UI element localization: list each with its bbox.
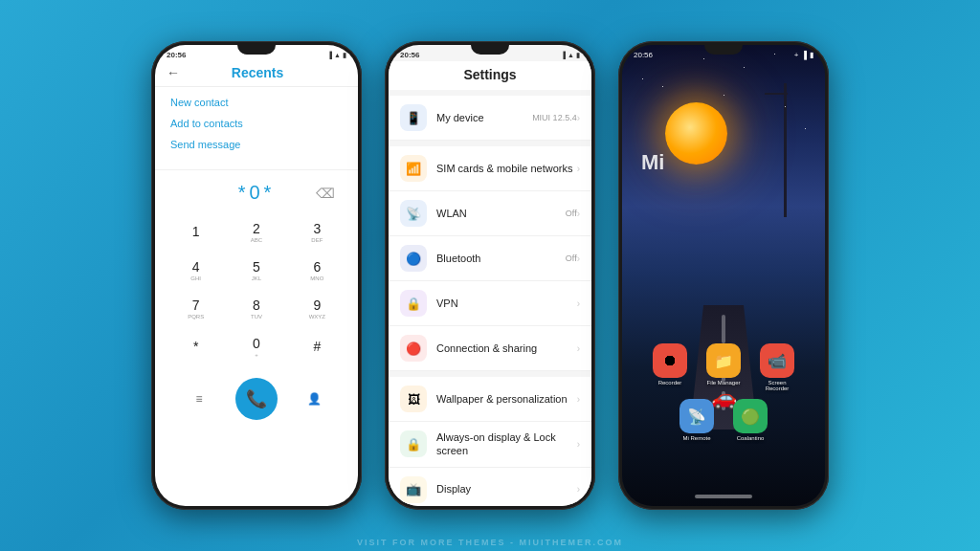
new-contact-link[interactable]: New contact [170, 97, 343, 108]
battery-icon-2: ▮ [576, 52, 580, 59]
settings-text-wallpaper: Wallpaper & personalization [436, 392, 577, 406]
vpn-icon: 🔒 [400, 290, 427, 317]
sim-name: SIM cards & mobile networks [436, 162, 577, 175]
stars-bg [622, 45, 825, 321]
settings-list: 📱 My device MIUI 12.5.4 › 📶 SIM cards & … [389, 96, 591, 506]
dial-key-4[interactable]: 4GHI [167, 252, 225, 288]
settings-text-bluetooth: Bluetooth [436, 252, 566, 265]
delete-icon[interactable]: ⌫ [316, 186, 339, 201]
mi-brand-text: Mi [641, 150, 664, 175]
contact-options: New contact Add to contacts Send message [155, 87, 358, 170]
status-icons-3: + ▐ ▮ [794, 51, 813, 59]
dial-key-0[interactable]: 0+ [227, 328, 285, 364]
keypad-icon[interactable]: ≡ [186, 386, 212, 412]
phone-recents: 20:56 ▐ ▲ ▮ ← Recents New contact Add to… [151, 41, 362, 510]
bluetooth-arrow: › [577, 253, 580, 264]
phone-settings: 20:56 ▐ ▲ ▮ Settings 📱 My device MIUI 12… [385, 41, 595, 510]
settings-text-sim: SIM cards & mobile networks [436, 162, 577, 175]
settings-item-bluetooth[interactable]: 🔵 Bluetooth Off › [389, 236, 591, 281]
settings-item-connection[interactable]: 🔴 Connection & sharing › [389, 326, 591, 371]
app-screenrecorder[interactable]: 📹 Screen Recorder [756, 343, 798, 391]
sim-arrow: › [577, 164, 580, 174]
coalantino-icon: 🟢 [733, 399, 768, 433]
contacts-icon[interactable]: 👤 [301, 386, 327, 412]
display-icon: 📺 [400, 476, 427, 503]
dial-key-6[interactable]: 6MNO [288, 252, 346, 288]
settings-item-sim[interactable]: 📶 SIM cards & mobile networks › [389, 146, 591, 191]
settings-text-connection: Connection & sharing [436, 342, 577, 355]
add-to-contacts-link[interactable]: Add to contacts [170, 118, 343, 129]
dial-key-2[interactable]: 2ABC [227, 213, 285, 250]
bluetooth-icon: 🔵 [400, 245, 427, 272]
app-coalantino[interactable]: 🟢 Coalantino [729, 399, 771, 441]
app-filemanager[interactable]: 📁 File Manager [702, 343, 745, 391]
lockscreen-arrow: › [577, 439, 580, 450]
lockscreen-icon: 🔒 [400, 430, 427, 457]
app-row-1: ⏺ Recorder 📁 File Manager 📹 Screen Recor… [622, 343, 825, 391]
lockscreen-name: Always-on display & Lock screen [436, 430, 577, 458]
settings-text-mydevice: My device [436, 111, 532, 124]
connection-name: Connection & sharing [436, 342, 577, 355]
dialpad-grid: 1 2ABC 3DEF 4GHI 5JKL 6MNO 7PQRS 8TUV 9W… [155, 209, 358, 368]
battery-icon: ▮ [343, 52, 346, 59]
coalantino-label: Coalantino [737, 435, 765, 441]
back-button[interactable]: ← [167, 65, 180, 80]
wallpaper-icon: 🖼 [400, 386, 427, 412]
filemanager-label: File Manager [706, 380, 740, 386]
wifi-icon: ▲ [334, 52, 341, 58]
mydevice-name: My device [436, 111, 532, 124]
recorder-label: Recorder [658, 380, 682, 386]
send-message-link[interactable]: Send message [170, 139, 343, 150]
dial-key-9[interactable]: 9WXYZ [288, 290, 346, 326]
dialpad-bottom: ≡ 📞 👤 [155, 372, 358, 426]
settings-item-display[interactable]: 📺 Display › [389, 468, 591, 506]
wallpaper-arrow: › [577, 394, 580, 405]
recorder-icon: ⏺ [653, 343, 687, 378]
dial-key-7[interactable]: 7PQRS [167, 290, 225, 326]
bluetooth-value: Off [566, 253, 577, 263]
dial-key-star[interactable]: * [167, 328, 225, 364]
app-row-2: 📡 Mi Remote 🟢 Coalantino [622, 399, 825, 441]
wlan-value: Off [566, 209, 577, 218]
status-icons-1: ▐ ▲ ▮ [327, 52, 346, 59]
dial-key-5[interactable]: 5JKL [227, 252, 285, 288]
display-arrow: › [577, 484, 580, 495]
app-miremote[interactable]: 📡 Mi Remote [676, 399, 718, 441]
app-recorder[interactable]: ⏺ Recorder [649, 343, 691, 391]
plus-icon: + [794, 51, 799, 59]
settings-text-wlan: WLAN [436, 207, 566, 220]
settings-text-display: Display [436, 482, 577, 496]
display-name: Display [436, 482, 577, 496]
settings-item-lockscreen[interactable]: 🔒 Always-on display & Lock screen › [389, 422, 591, 468]
signal-icon-2: ▐ [561, 52, 566, 58]
notch-3 [704, 45, 743, 55]
dial-value: *0* [238, 182, 276, 204]
settings-item-wlan[interactable]: 📡 WLAN Off › [389, 191, 591, 236]
connection-icon: 🔴 [400, 335, 427, 362]
page-title: Recents [188, 65, 327, 80]
watermark-text: VISIT FOR MORE THEMES - MIUITHEMER.COM [0, 534, 980, 551]
home-app-grid: ⏺ Recorder 📁 File Manager 📹 Screen Recor… [622, 343, 825, 449]
mydevice-arrow: › [577, 113, 580, 123]
settings-text-lockscreen: Always-on display & Lock screen [436, 430, 577, 458]
settings-item-mydevice[interactable]: 📱 My device MIUI 12.5.4 › [389, 96, 591, 141]
dial-key-hash[interactable]: # [288, 328, 346, 364]
dial-key-3[interactable]: 3DEF [288, 213, 346, 250]
screenrecorder-label: Screen Recorder [756, 380, 798, 391]
time-2: 20:56 [400, 51, 419, 59]
mydevice-value: MIUI 12.5.4 [532, 113, 577, 122]
signal-icon-3: ▐ [801, 51, 807, 59]
miremote-icon: 📡 [679, 399, 714, 433]
settings-header: Settings [389, 61, 591, 90]
home-dock-indicator [695, 495, 752, 498]
dial-key-1[interactable]: 1 [167, 213, 225, 250]
settings-item-vpn[interactable]: 🔒 VPN › [389, 281, 591, 326]
notch-2 [471, 45, 509, 55]
signal-icon: ▐ [327, 52, 332, 58]
dial-key-8[interactable]: 8TUV [227, 290, 285, 326]
settings-item-wallpaper[interactable]: 🖼 Wallpaper & personalization › [389, 377, 591, 422]
recents-header: ← Recents [155, 61, 358, 87]
call-button[interactable]: 📞 [235, 378, 278, 420]
time-3: 20:56 [634, 51, 653, 59]
wlan-name: WLAN [436, 207, 566, 220]
